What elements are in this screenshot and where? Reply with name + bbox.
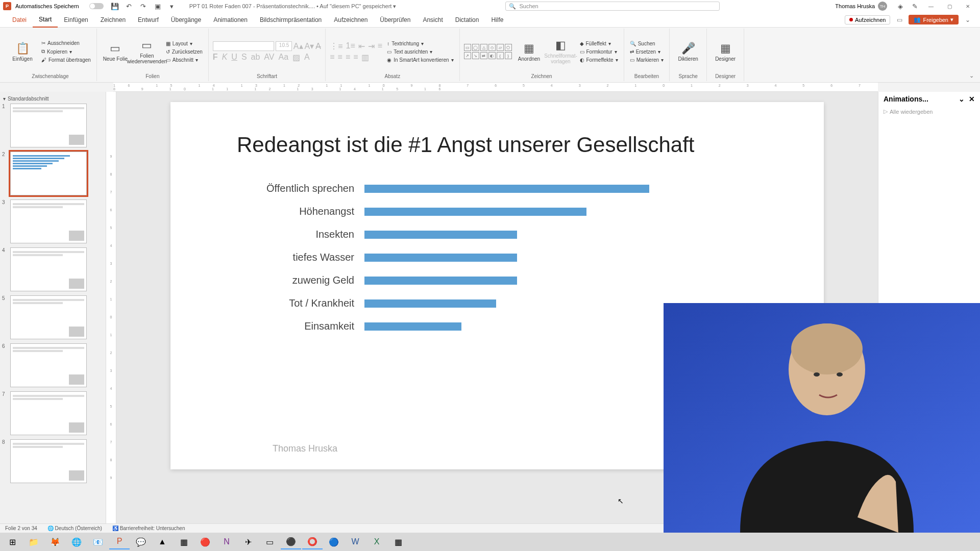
undo-icon[interactable]: ↶ [125,2,133,10]
tab-dictation[interactable]: Dictation [449,12,485,28]
reuse-slides-button[interactable]: ▭Folien wiederverwenden [133,39,161,64]
decrease-font-icon[interactable]: A▾ [305,41,314,51]
word-icon[interactable]: W [345,534,365,549]
align-right-icon[interactable]: ≡ [346,53,350,62]
user-account[interactable]: Thomas HruskaTH [835,2,887,11]
copy-button[interactable]: ⧉Kopieren ▾ [40,48,92,55]
font-family-box[interactable] [213,41,274,51]
onenote-icon[interactable]: N [216,534,237,549]
dictate-button[interactable]: 🎤Diktieren [674,42,702,62]
tab-draw[interactable]: Zeichnen [94,12,132,28]
tab-review[interactable]: Überprüfen [374,12,416,28]
tab-transitions[interactable]: Übergänge [165,12,207,28]
anim-pane-close-icon[interactable]: ✕ [969,95,975,103]
chrome-icon[interactable]: 🌐 [66,534,87,549]
record-button[interactable]: Aufzeichnen [845,15,891,24]
designer-button[interactable]: ▦Designer [711,42,740,62]
tab-design[interactable]: Entwurf [132,12,165,28]
tab-animations[interactable]: Animationen [207,12,254,28]
replace-button[interactable]: ⇄Ersetzen ▾ [628,48,665,55]
shape-fill-button[interactable]: ◆Fülleffekt ▾ [578,40,620,47]
app-icon-1[interactable]: 💬 [131,534,151,549]
app-icon-4[interactable]: ▭ [259,534,280,549]
app-icon-6[interactable]: 🔵 [324,534,344,549]
thumbnail-8[interactable]: 8 [2,439,104,483]
shape-outline-button[interactable]: ▭Formkontur ▾ [578,48,620,55]
quick-styles-button[interactable]: ◧Schnellformat-vorlagen [547,39,575,64]
app-icon-3[interactable]: 🔴 [195,534,215,549]
redo-icon[interactable]: ↷ [139,2,148,10]
tab-file[interactable]: Datei [6,12,33,28]
thumbnail-7[interactable]: 7 [2,391,104,435]
autosave-toggle[interactable] [89,3,104,9]
app-icon-5[interactable]: ⭕ [302,534,323,549]
tab-insert[interactable]: Einfügen [58,12,94,28]
find-button[interactable]: 🔍Suchen [628,40,665,47]
firefox-icon[interactable]: 🦊 [45,534,65,549]
align-left-icon[interactable]: ≡ [330,53,334,62]
qat-more-icon[interactable]: ▾ [168,2,176,10]
share-button[interactable]: 👥 Freigeben ▾ [909,15,959,24]
obs-icon[interactable]: ⚫ [281,534,301,549]
app-icon-7[interactable]: ▦ [388,534,408,549]
format-painter-button[interactable]: 🖌Format übertragen [40,57,92,63]
anim-pane-collapse-icon[interactable]: ⌄ [959,95,965,103]
tab-help[interactable]: Hilfe [485,12,509,28]
thumbnail-4[interactable]: 4 [2,247,104,291]
save-icon[interactable]: 💾 [111,2,119,10]
diamond-icon[interactable]: ◈ [896,2,904,10]
line-spacing-icon[interactable]: ≡ [378,41,382,51]
spacing-icon[interactable]: AV [264,53,274,62]
select-button[interactable]: ▭Markieren ▾ [628,57,665,63]
new-slide-button[interactable]: ▭Neue Folie [101,42,130,62]
indent-left-icon[interactable]: ⇤ [358,41,365,51]
play-all-button[interactable]: ▷Alle wiedergeben [878,106,980,117]
accessibility-checker[interactable]: ♿ Barrierefreiheit: Untersuchen [112,525,185,531]
slide-counter[interactable]: Folie 2 von 34 [5,525,37,531]
reset-button[interactable]: ↺Zurücksetzen [164,48,204,55]
section-header[interactable]: ▾Standardabschnitt [2,94,104,104]
excel-icon[interactable]: X [366,534,387,549]
ribbon-expand-icon[interactable]: ⌄ [969,72,974,79]
italic-icon[interactable]: K [222,53,228,62]
cut-button[interactable]: ✂Ausschneiden [40,40,92,46]
start-button[interactable]: ⊞ [2,534,22,549]
app-icon-2[interactable]: ▦ [174,534,194,549]
shadow-icon[interactable]: ab [251,53,260,62]
text-direction-button[interactable]: ↕Textrichtung ▾ [385,40,455,47]
justify-icon[interactable]: ≡ [353,53,358,62]
clear-format-icon[interactable]: A̶ [315,41,321,51]
case-icon[interactable]: Aa [279,53,289,62]
tab-record[interactable]: Aufzeichnen [328,12,374,28]
arrange-button[interactable]: ▦Anordnen [515,42,544,62]
vlc-icon[interactable]: ▲ [152,534,173,549]
tab-slideshow[interactable]: Bildschirmpräsentation [254,12,328,28]
slide-author[interactable]: Thomas Hruska [273,443,337,454]
align-center-icon[interactable]: ≡ [338,53,342,62]
highlight-icon[interactable]: ▨ [292,53,300,62]
thumbnail-6[interactable]: 6 [2,343,104,387]
search-box[interactable]: 🔍Suchen [505,2,720,11]
thumbnail-5[interactable]: 5 [2,295,104,339]
shape-effects-button[interactable]: ◐Formeffekte ▾ [578,57,620,63]
present-mode-icon[interactable]: ▭ [893,14,905,26]
powerpoint-taskbar-icon[interactable]: P [109,534,130,549]
layout-button[interactable]: ▦Layout ▾ [164,40,204,47]
smartart-button[interactable]: ◉In SmartArt konvertieren ▾ [385,57,455,63]
section-button[interactable]: ▭Abschnitt ▾ [164,57,204,63]
underline-icon[interactable]: U [231,53,237,62]
pen-icon[interactable]: ✎ [911,2,919,10]
present-icon[interactable]: ▣ [154,2,162,10]
columns-icon[interactable]: ▥ [361,53,369,62]
close-button[interactable]: ✕ [959,0,977,12]
slide-title[interactable]: Redeangst ist die #1 Angst unserer Gesel… [237,133,798,157]
shapes-gallery[interactable]: ▭◯△◇▱⬠ ↗↘⇄◐{} [464,44,512,59]
increase-font-icon[interactable]: A▴ [293,41,303,51]
tab-start[interactable]: Start [33,12,58,28]
outlook-icon[interactable]: 📧 [88,534,108,549]
indent-right-icon[interactable]: ⇥ [368,41,375,51]
strike-icon[interactable]: S [241,53,247,62]
align-text-button[interactable]: ▭Text ausrichten ▾ [385,48,455,55]
thumbnail-1[interactable]: 1 [2,104,104,147]
thumbnail-3[interactable]: 3 [2,199,104,243]
